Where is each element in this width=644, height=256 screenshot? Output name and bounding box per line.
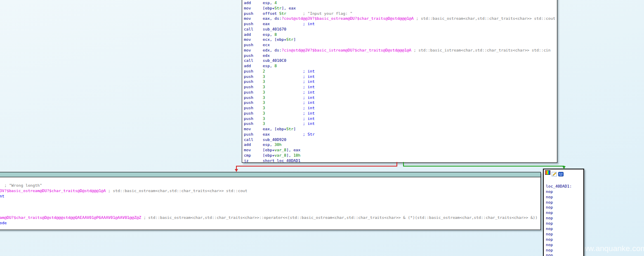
asm-line[interactable]: push 3 ; int — [244, 85, 557, 90]
asm-line[interactable]: add esp, 30h — [244, 142, 557, 148]
asm-line[interactable]: push 2 ; int — [244, 69, 557, 74]
asm-line[interactable]: nop — [546, 242, 583, 248]
asm-line[interactable] — [0, 199, 540, 204]
asm-line[interactable]: push edx — [244, 53, 557, 59]
watermark-text: www.anquanke.com ) — [577, 244, 644, 253]
asm-line[interactable]: mov [ebp+Str], eax — [244, 6, 557, 11]
asm-line[interactable]: nop — [546, 248, 583, 253]
asm-line[interactable]: nop — [546, 221, 583, 226]
asm-line[interactable]: push 3 ; int — [244, 100, 557, 106]
asm-line[interactable] — [546, 178, 583, 184]
edge-true-horizontal — [403, 166, 564, 167]
asm-line[interactable]: call sub_401670 — [244, 27, 557, 32]
graph-node-main[interactable]: add esp, 4mov [ebp+Str], eaxpush offset … — [242, 0, 557, 163]
node-edit-icon[interactable] — [552, 170, 557, 175]
node-colors-icon[interactable] — [545, 170, 550, 175]
asm-line[interactable]: nop — [546, 210, 583, 216]
asm-lines: loc_40DAD1:nopnopnopnopnopnopnopnopnopno… — [544, 176, 583, 256]
asm-line[interactable]: add esp, 4 — [244, 0, 557, 6]
asm-line[interactable]: push 3 ; int — [244, 79, 557, 85]
asm-line[interactable]: nop — [546, 195, 583, 200]
asm-line[interactable]: mov [ebp+var_8], eax — [244, 148, 557, 153]
asm-line[interactable]: nop — [546, 205, 583, 210]
asm-line[interactable]: add esp, 8 — [244, 32, 557, 38]
asm-line[interactable]: 3V?$basic_ostream@DU?$char_traits@D@std@… — [0, 188, 540, 193]
asm-line[interactable]: push eax ; int — [244, 21, 557, 27]
node-group-icon[interactable] — [558, 170, 564, 175]
asm-line[interactable]: push 3 ; int — [244, 106, 557, 111]
asm-line[interactable]: jz short loc_40DAD1 — [244, 158, 557, 164]
node-title-bar[interactable] — [0, 172, 540, 177]
asm-line[interactable]: nop — [546, 189, 583, 195]
asm-line[interactable]: ode — [0, 220, 540, 225]
asm-line[interactable]: add esp, 8 — [244, 63, 557, 69]
asm-line[interactable]: nt — [0, 193, 540, 199]
edge-false-arrowhead-icon — [235, 169, 238, 172]
asm-line[interactable]: push 3 ; int — [244, 116, 557, 122]
asm-line[interactable]: mov eax, ds:?cout@std@@3V?$basic_ostream… — [244, 16, 557, 21]
asm-line[interactable]: cmp [ebp+var_8], 18h — [244, 153, 557, 158]
asm-lines: ; "Wrong length"3V?$basic_ostream@DU?$ch… — [0, 177, 540, 225]
asm-line[interactable]: nop — [546, 237, 583, 242]
asm-line[interactable]: ; "Wrong length" — [0, 183, 540, 188]
asm-line[interactable] — [0, 209, 540, 215]
asm-line[interactable]: nop — [546, 226, 583, 232]
asm-line[interactable]: call sub_40D920 — [244, 137, 557, 143]
asm-line[interactable]: mov ecx, [ebp+Str] — [244, 37, 557, 42]
asm-line[interactable]: push offset Str ; "Input your flag: " — [244, 11, 557, 16]
asm-line[interactable]: loc_40DAD1: — [546, 184, 583, 189]
edge-true-arrowhead-icon — [562, 166, 566, 169]
edge-false-horizontal — [236, 166, 397, 167]
asm-lines: add esp, 4mov [ebp+Str], eaxpush offset … — [242, 0, 557, 163]
asm-line[interactable]: nop — [546, 253, 583, 256]
graph-node-loc40dad1[interactable]: loc_40DAD1:nopnopnopnopnopnopnopnopnopno… — [543, 169, 584, 256]
asm-line[interactable]: call sub_4010C0 — [244, 58, 557, 63]
asm-line[interactable]: nop — [546, 200, 583, 205]
asm-line[interactable]: am@DU?$char_traits@D@std@@@std@@QAEAAV01… — [0, 215, 540, 220]
graph-node-wrong-length[interactable]: ; "Wrong length"3V?$basic_ostream@DU?$ch… — [0, 172, 541, 230]
asm-line[interactable]: push ecx — [244, 42, 557, 48]
asm-line[interactable]: mov eax, [ebp+Str] — [244, 127, 557, 132]
asm-line[interactable]: nop — [546, 216, 583, 221]
asm-line[interactable] — [0, 204, 540, 209]
asm-line[interactable]: push 3 ; int — [244, 90, 557, 95]
asm-line[interactable]: mov edx, ds:?cin@std@@3V?$basic_istream@… — [244, 48, 557, 53]
asm-line[interactable]: nop — [546, 232, 583, 237]
asm-line[interactable]: push eax ; Str — [244, 132, 557, 137]
asm-line[interactable]: push 3 ; int — [244, 74, 557, 80]
node-icon-bar — [544, 169, 583, 176]
asm-line[interactable]: push 3 ; int — [244, 95, 557, 101]
asm-line[interactable]: push 3 ; int — [244, 121, 557, 127]
asm-line[interactable]: push 3 ; int — [244, 111, 557, 116]
